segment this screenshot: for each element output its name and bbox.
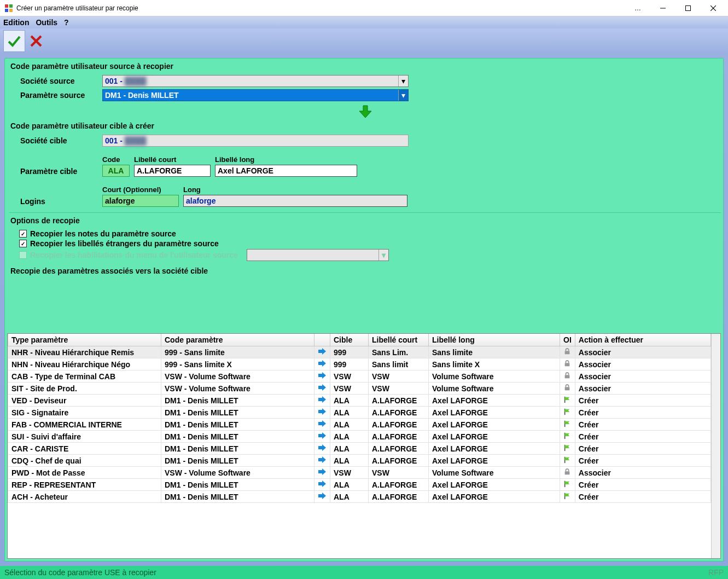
menu-edition[interactable]: Edition — [3, 18, 29, 27]
code-input[interactable] — [102, 165, 130, 177]
cell-libc: Sans limit — [369, 358, 429, 370]
table-row[interactable]: SUI - Suivi d'affaireDM1 - Denis MILLETA… — [8, 431, 711, 443]
cell-cible: ALA — [330, 479, 369, 491]
assoc-table: Type paramètre Code paramètre Cible Libe… — [7, 333, 721, 559]
cell-type: PWD - Mot de Passe — [8, 467, 161, 479]
cell-action: Créer — [575, 395, 710, 407]
cell-action: Créer — [575, 479, 710, 491]
login-court-input[interactable] — [102, 195, 179, 207]
col-libl[interactable]: Libellé long — [429, 334, 560, 346]
table-row[interactable]: ACH - AcheteurDM1 - Denis MILLETALAA.LAF… — [8, 491, 711, 503]
table-row[interactable]: CAB - Type de Terminal CABVSW - Volume S… — [8, 370, 711, 383]
liblong-input[interactable] — [215, 165, 357, 177]
cell-code: DM1 - Denis MILLET — [161, 419, 315, 431]
cell-action: Créer — [575, 455, 710, 467]
arrow-right-icon — [315, 383, 330, 395]
col-type[interactable]: Type paramètre — [8, 334, 161, 346]
table-row[interactable]: SIT - Site de Prod.VSW - Volume Software… — [8, 383, 711, 395]
cell-code: DM1 - Denis MILLET — [161, 491, 315, 503]
chevron-down-icon: ▾ — [398, 76, 408, 86]
habil-combo: ▾ — [247, 249, 389, 261]
svg-marker-10 — [359, 106, 371, 118]
arrow-right-icon — [315, 431, 330, 443]
cell-libl: Volume Software — [429, 467, 560, 479]
cell-oi-icon — [560, 395, 575, 407]
col-action[interactable]: Action à effectuer — [575, 334, 710, 346]
close-button[interactable] — [701, 0, 726, 16]
societe-source-label: Société source — [20, 77, 102, 85]
opt-libs-row[interactable]: ✓ Recopier les libellés étrangers du par… — [19, 239, 721, 248]
minimize-button[interactable] — [650, 0, 675, 16]
cell-libc: Sans Lim. — [369, 346, 429, 358]
app-icon — [4, 4, 13, 13]
cell-code: DM1 - Denis MILLET — [161, 431, 315, 443]
cancel-button[interactable] — [25, 30, 47, 52]
cell-oi-icon — [560, 479, 575, 491]
arrow-right-icon — [315, 370, 330, 383]
societe-cible-field[interactable]: 001 - ████ — [102, 135, 409, 147]
table-row[interactable]: NHN - Niveau Hiérarchique Négo999 - Sans… — [8, 358, 711, 370]
table-row[interactable]: NHR - Niveau Hiérarchique Remis999 - San… — [8, 346, 711, 358]
table-row[interactable]: CDQ - Chef de quaiDM1 - Denis MILLETALAA… — [8, 455, 711, 467]
cell-libc: A.LAFORGE — [369, 479, 429, 491]
cell-libc: VSW — [369, 383, 429, 395]
cell-code: 999 - Sans limite — [161, 346, 315, 358]
cell-code: DM1 - Denis MILLET — [161, 395, 315, 407]
cell-libc: A.LAFORGE — [369, 407, 429, 419]
menu-help[interactable]: ? — [64, 18, 69, 27]
cell-libc: VSW — [369, 370, 429, 383]
cell-libl: Axel LAFORGE — [429, 395, 560, 407]
menu-outils[interactable]: Outils — [36, 18, 57, 27]
arrow-right-icon — [315, 358, 330, 370]
confirm-button[interactable] — [3, 30, 25, 52]
cell-oi-icon — [560, 370, 575, 383]
arrow-down-icon — [358, 105, 372, 119]
table-row[interactable]: VED - DeviseurDM1 - Denis MILLETALAA.LAF… — [8, 395, 711, 407]
more-button[interactable]: … — [625, 0, 650, 16]
cell-code: DM1 - Denis MILLET — [161, 455, 315, 467]
param-source-field[interactable]: DM1 - Denis MILLET ▾ — [102, 89, 409, 101]
titlebar: Créer un paramètre utilisateur par recop… — [0, 0, 728, 16]
table-row[interactable]: FAB - COMMERCIAL INTERNEDM1 - Denis MILL… — [8, 419, 711, 431]
cell-type: CAR - CARISTE — [8, 443, 161, 455]
status-bar: Sélection du code paramètre USE à recopi… — [0, 566, 728, 579]
table-row[interactable]: CAR - CARISTEDM1 - Denis MILLETALAA.LAFO… — [8, 443, 711, 455]
svg-marker-35 — [318, 493, 326, 499]
opt-notes-row[interactable]: ✓ Recopier les notes du paramètre source — [19, 229, 721, 238]
libcourt-input[interactable] — [134, 165, 211, 177]
svg-marker-23 — [318, 420, 326, 427]
cell-cible: VSW — [330, 467, 369, 479]
table-row[interactable]: SIG - SignataireDM1 - Denis MILLETALAA.L… — [8, 407, 711, 419]
cell-libc: A.LAFORGE — [369, 491, 429, 503]
arrow-right-icon — [315, 479, 330, 491]
checkbox-checked-icon: ✓ — [19, 230, 27, 238]
societe-source-value: 001 - — [105, 77, 123, 85]
svg-marker-21 — [318, 408, 326, 415]
vertical-scrollbar[interactable] — [711, 334, 720, 558]
svg-rect-12 — [565, 351, 570, 354]
cell-libl: Axel LAFORGE — [429, 443, 560, 455]
cell-code: DM1 - Denis MILLET — [161, 443, 315, 455]
cell-action: Créer — [575, 419, 710, 431]
cible-title: Code paramètre utilisateur cible à créer — [10, 121, 721, 130]
cell-action: Créer — [575, 431, 710, 443]
chevron-down-icon: ▾ — [398, 90, 408, 101]
cell-cible: ALA — [330, 443, 369, 455]
login-long-input[interactable] — [183, 195, 407, 207]
cell-libc: VSW — [369, 467, 429, 479]
cell-oi-icon — [560, 467, 575, 479]
col-oi[interactable]: OI — [560, 334, 575, 346]
arrow-right-icon — [315, 419, 330, 431]
col-libc[interactable]: Libellé court — [369, 334, 429, 346]
cell-action: Créer — [575, 407, 710, 419]
svg-rect-32 — [565, 471, 570, 474]
cell-type: NHR - Niveau Hiérarchique Remis — [8, 346, 161, 358]
cell-type: CAB - Type de Terminal CAB — [8, 370, 161, 383]
table-row[interactable]: REP - REPRESENTANTDM1 - Denis MILLETALAA… — [8, 479, 711, 491]
cell-libl: Sans limite X — [429, 358, 560, 370]
table-row[interactable]: PWD - Mot de PasseVSW - Volume SoftwareV… — [8, 467, 711, 479]
maximize-button[interactable] — [675, 0, 701, 16]
societe-source-field[interactable]: 001 - ████ ▾ — [102, 75, 409, 87]
col-cible[interactable]: Cible — [330, 334, 369, 346]
col-code[interactable]: Code paramètre — [161, 334, 315, 346]
